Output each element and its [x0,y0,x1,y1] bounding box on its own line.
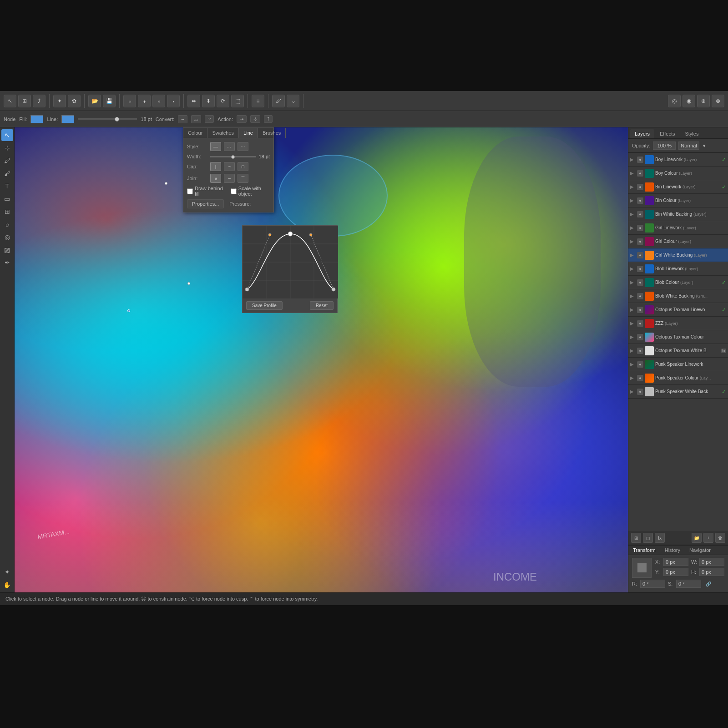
mirror-h-btn[interactable]: ⬌ [187,95,200,107]
brushes-tab[interactable]: Brushes [258,128,286,138]
select-tool-btn[interactable]: ↖ [4,95,16,107]
visibility-eye[interactable]: ● [637,170,643,177]
cap-round-btn[interactable]: ⌢ [224,162,235,171]
layer-item-boy-colour[interactable]: ▶ ● Boy Colour (Layer) [628,167,728,180]
transform-tab[interactable]: Transform [628,546,660,555]
gradient-tool-btn[interactable]: ▨ [1,244,13,256]
link-icon[interactable]: 🔗 [706,581,711,586]
style-solid-btn[interactable]: — [210,142,221,151]
text-tool-btn[interactable]: T [1,180,13,192]
line-width-slider[interactable] [78,118,137,120]
action-btn1[interactable]: ⊸ [237,115,247,123]
y-field[interactable] [663,568,688,576]
draw-behind-fill-checkbox[interactable] [187,188,193,194]
layers-mask-btn[interactable]: ◻ [643,533,653,543]
visibility-eye[interactable]: ● [637,375,643,381]
expand-icon[interactable]: ▶ [630,184,636,189]
layers-list[interactable]: ▶ ● Boy Linework (Layer) ✓ ▶ ● Boy Colou… [628,153,728,531]
convert-smart-btn[interactable]: ⌔ [205,115,214,123]
layer-item-bin-linework[interactable]: ▶ ● Bin Linework (Layer) ✓ [628,180,728,194]
convert-corner-btn[interactable]: ⌓ [191,115,201,123]
expand-icon[interactable]: ▶ [630,348,636,353]
save-btn[interactable]: 💾 [103,95,116,107]
layer-item-octopus-taxman-white[interactable]: ▶ ● Octopus Taxman White B fx [628,344,728,358]
layers-tab[interactable]: Layers [630,129,654,138]
layers-add-btn[interactable]: + [703,533,713,543]
export-btn[interactable]: ⬧ [138,95,151,107]
h-field[interactable] [699,568,724,576]
cap-square-btn[interactable]: ⊓ [238,162,248,171]
r-field[interactable] [640,580,665,588]
vector-btn[interactable]: ⌵ [287,95,299,107]
view-btn1[interactable]: ◎ [668,95,681,107]
line-color-indicator[interactable] [61,115,74,123]
layers-fx-btn[interactable]: fx [655,533,665,543]
grid-btn[interactable]: ⊞ [18,95,31,107]
layer-item-punk-speaker-linework[interactable]: ▶ ● Punk Speaker Linework [628,358,728,371]
visibility-eye[interactable]: ● [637,197,643,204]
visibility-eye[interactable]: ● [637,293,643,299]
expand-icon[interactable]: ▶ [630,362,636,367]
visibility-eye[interactable]: ● [637,334,643,340]
effects-tab[interactable]: Effects [655,129,679,138]
layer-item-octopus-taxman-colour[interactable]: ▶ ● Octopus Taxman Colour [628,330,728,344]
visibility-eye[interactable]: ● [637,307,643,313]
styles-tab[interactable]: Styles [680,129,703,138]
reset-btn[interactable]: Reset [310,301,334,310]
navigator-tab[interactable]: Navigator [685,546,715,555]
layer-item-bin-colour[interactable]: ▶ ● Bin Colour (Layer) [628,194,728,207]
visibility-eye[interactable]: ● [637,157,643,163]
fill-tool-btn[interactable]: ◎ [1,231,13,243]
expand-icon[interactable]: ▶ [630,389,636,394]
join-miter-btn[interactable]: ∧ [210,174,221,183]
shape-tool-btn[interactable]: ▭ [1,193,13,205]
another-btn[interactable]: ⬚ [231,95,244,107]
style-dash-btn[interactable]: - - [224,142,235,151]
view-btn3[interactable]: ⊕ [697,95,710,107]
expand-icon[interactable]: ▶ [630,334,636,339]
hand-tool-btn[interactable]: ✋ [1,579,13,591]
zoom-tool-btn[interactable]: ⌕ [1,218,13,230]
eyedrop-tool-btn[interactable]: ✒ [1,257,13,268]
place-btn[interactable]: ⬦ [123,95,136,107]
layers-group-btn[interactable]: ⊞ [631,533,641,543]
swatches-tab[interactable]: Swatches [207,128,239,138]
cap-butt-btn[interactable]: | [210,162,221,171]
convert-smooth-btn[interactable]: ⌢ [178,115,187,123]
open-btn[interactable]: 📂 [88,95,101,107]
visibility-eye[interactable]: ● [637,279,643,286]
layer-item-blob-linework[interactable]: ▶ ● Blob Linework (Layer) [628,262,728,276]
crop-tool-btn[interactable]: ⊞ [1,206,13,217]
persona-btn2[interactable]: ✿ [68,95,81,107]
visibility-eye[interactable]: ● [637,211,643,217]
brush-tool-btn[interactable]: 🖌 [1,167,13,179]
s-field[interactable] [676,580,701,588]
align-btn[interactable]: ≡ [252,95,264,107]
properties-btn[interactable]: Properties... [187,199,224,208]
pen-tool-btn[interactable]: 🖊 [1,155,13,167]
expand-icon[interactable]: ▶ [630,293,636,298]
visibility-eye[interactable]: ● [637,252,643,258]
fill-color-indicator[interactable] [30,115,43,123]
node-point-selected[interactable] [127,309,130,312]
expand-icon[interactable]: ▶ [630,212,636,217]
canvas-area[interactable]: MRTAXM... ROCK INCOME Colour Swatches Li… [15,127,628,592]
layer-item-bin-white-backing[interactable]: ▶ ● Bin White Backing (Layer) [628,207,728,221]
node-point-2[interactable] [187,282,190,285]
scale-with-object-label[interactable]: Scale with object [231,186,270,197]
layers-folder-btn[interactable]: 📁 [692,533,702,543]
expand-icon[interactable]: ▶ [630,321,636,326]
layer-item-zzz[interactable]: ▶ ● ZZZ (Layer) [628,317,728,330]
transform-tool-btn[interactable]: ✦ [1,566,13,578]
layers-delete-btn[interactable]: 🗑 [715,533,725,543]
expand-icon[interactable]: ▶ [630,157,636,162]
layer-item-girl-white-backing[interactable]: ▶ ● Girl White Backing (Layer) [628,248,728,262]
node-point-1[interactable] [165,182,167,185]
layer-item-octopus-taxman-linewo[interactable]: ▶ ● Octopus Taxman Linewo ✓ [628,303,728,317]
w-field[interactable] [699,558,724,566]
expand-icon[interactable]: ▶ [630,375,636,380]
expand-icon[interactable]: ▶ [630,225,636,230]
persona-btn1[interactable]: ✦ [53,95,66,107]
visibility-eye[interactable]: ● [637,320,643,327]
export2-btn[interactable]: ⬨ [152,95,165,107]
